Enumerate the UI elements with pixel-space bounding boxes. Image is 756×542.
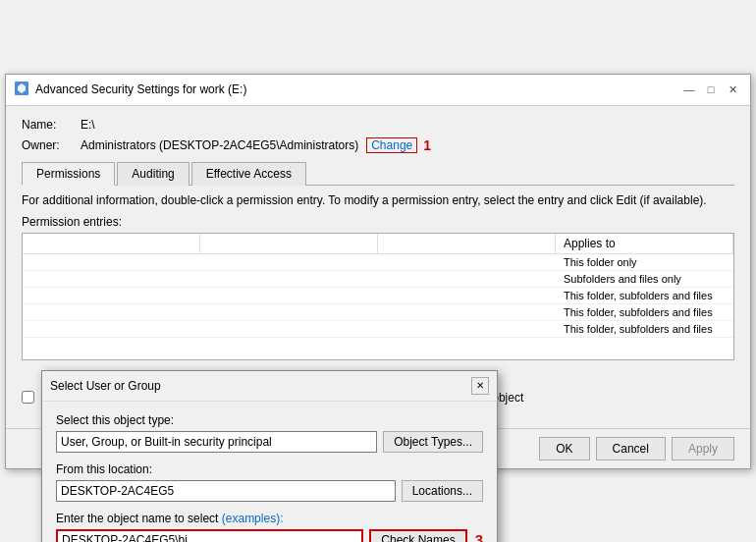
object-name-row: 2 Check Names 3 [56,529,483,543]
table-row[interactable]: This folder, subfolders and files [23,304,733,321]
permissions-table: Applies to This folder only Subfolders a… [22,233,734,360]
change-link[interactable]: Change [366,137,417,153]
table-row[interactable]: This folder only [23,254,733,271]
applies-value-4: This folder, subfolders and files [556,304,733,320]
title-bar-controls: — □ ✕ [679,81,742,97]
dialog-close-button[interactable]: ✕ [471,377,489,395]
object-name-label: Enter the object name to select (example… [56,512,483,525]
name-label: Name: [22,118,81,132]
tab-effective-access[interactable]: Effective Access [191,162,306,186]
replace-permissions-checkbox[interactable] [22,391,34,404]
annotation-1: 1 [423,137,431,153]
info-text: For additional information, double-click… [22,193,734,207]
name-value: E:\ [81,118,95,132]
object-type-row: Object Types... [56,431,483,453]
table-header: Applies to [23,234,733,254]
window-icon [14,81,29,99]
location-row: Locations... [56,480,483,502]
table-row[interactable]: This folder, subfolders and files [23,321,733,338]
table-row[interactable]: This folder, subfolders and files [23,288,733,304]
col-access [378,234,556,253]
title-bar: Advanced Security Settings for work (E:)… [6,75,750,106]
dialog-content: Select this object type: Object Types...… [42,402,497,543]
location-label: From this location: [56,462,483,476]
minimize-button[interactable]: — [679,81,699,97]
owner-row: Owner: Administrators (DESKTOP-2AC4EG5\A… [22,137,734,153]
tab-auditing[interactable]: Auditing [117,162,189,186]
window-title: Advanced Security Settings for work (E:) [35,82,246,96]
maximize-button[interactable]: □ [701,81,721,97]
object-type-label: Select this object type: [56,413,483,427]
tab-permissions[interactable]: Permissions [22,162,115,186]
apply-button[interactable]: Apply [672,437,734,461]
object-type-input[interactable] [56,431,377,453]
dialog-title: Select User or Group [50,379,161,393]
name-row: Name: E:\ [22,118,734,132]
permission-entries-label: Permission entries: [22,215,734,229]
close-button[interactable]: ✕ [723,81,742,97]
object-name-input[interactable] [56,529,363,543]
location-input[interactable] [56,480,396,502]
window-content: Name: E:\ Owner: Administrators (DESKTOP… [6,106,750,428]
col-principal [200,234,378,253]
cancel-button[interactable]: Cancel [596,437,666,461]
applies-value-2: Subfolders and files only [556,271,733,287]
annotation-3: 3 [475,531,483,542]
table-row[interactable]: Subfolders and files only [23,271,733,288]
main-window: Advanced Security Settings for work (E:)… [5,74,751,469]
tabs-container: Permissions Auditing Effective Access [22,161,734,186]
title-bar-left: Advanced Security Settings for work (E:) [14,81,246,99]
col-applies: Applies to [556,234,733,253]
examples-link[interactable]: (examples): [222,512,284,525]
owner-label: Owner: [22,138,81,152]
check-names-button[interactable]: Check Names [369,529,466,543]
applies-value-1: This folder only [556,254,733,270]
col-type [23,234,200,253]
ok-button[interactable]: OK [539,437,589,461]
permissions-area: Applies to This folder only Subfolders a… [22,233,734,375]
dialog-title-bar: Select User or Group ✕ [42,371,497,402]
applies-value-3: This folder, subfolders and files [556,288,733,303]
select-user-dialog: Select User or Group ✕ Select this objec… [41,370,498,543]
locations-button[interactable]: Locations... [402,480,483,502]
owner-value: Administrators (DESKTOP-2AC4EG5\Administ… [81,138,358,152]
applies-value-5: This folder, subfolders and files [556,321,733,337]
object-types-button[interactable]: Object Types... [383,431,483,453]
